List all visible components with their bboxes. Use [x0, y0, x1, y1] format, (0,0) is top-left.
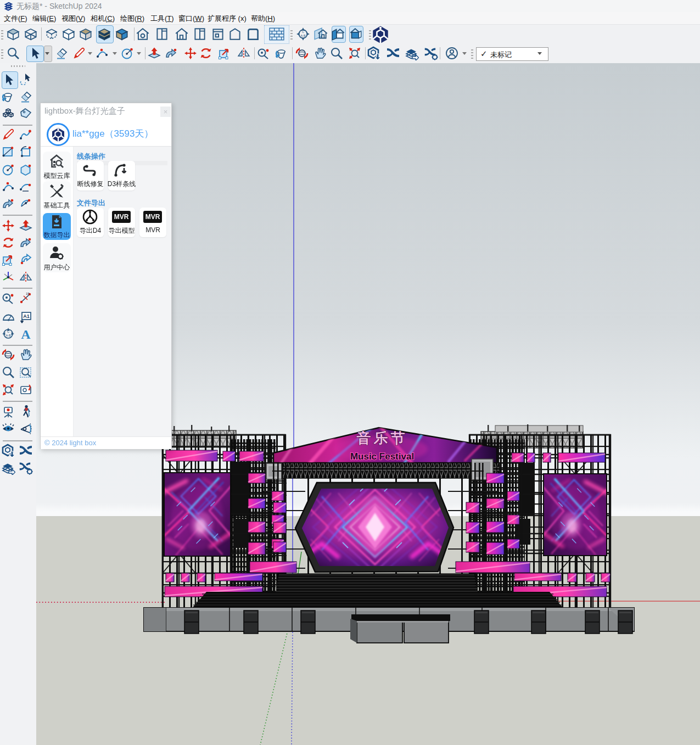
svg-text:音乐节: 音乐节	[356, 430, 408, 446]
svg-text:Music Festival: Music Festival	[350, 451, 414, 462]
